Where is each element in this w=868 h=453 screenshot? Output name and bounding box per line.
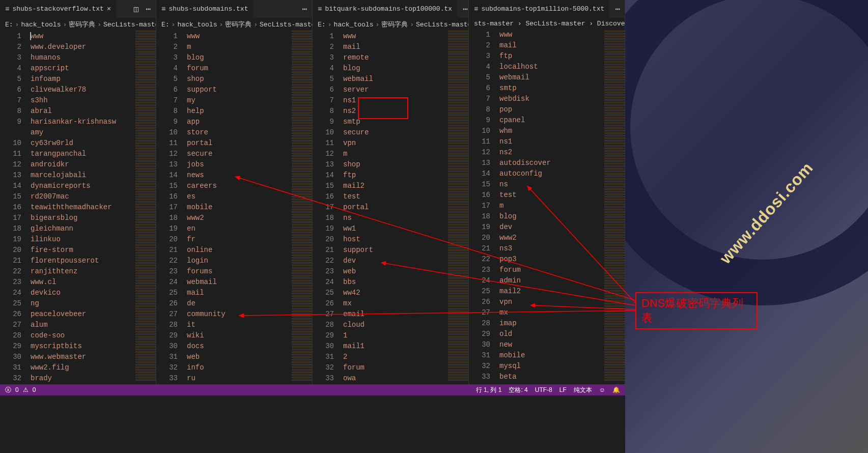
line-number-gutter: 123456789 101112131415161718192021222324… <box>0 31 31 387</box>
breadcrumb[interactable]: sts-master › SecLists-master › Discovery… <box>469 18 625 30</box>
chevron-right-icon: › <box>15 21 19 29</box>
breadcrumb-segment[interactable]: E: <box>161 21 170 29</box>
annotation-label: DNS爆破密码字典列表 <box>635 292 758 329</box>
editor-pane: ≡shubs-stackoverflow.txt×◫⋯E: › hack_too… <box>0 0 156 387</box>
breadcrumb-segment[interactable]: E: <box>318 21 326 29</box>
tab-label: shubs-stackoverflow.txt <box>12 5 103 13</box>
text-editor[interactable]: 1234567891011121314151617181920212223242… <box>156 31 312 387</box>
line-number-gutter: 1234567891011121314151617181920212223242… <box>156 31 187 387</box>
breadcrumb[interactable]: E: › hack_tools › 密码字典 › SecLists-master <box>156 18 312 31</box>
status-eol[interactable]: LF <box>559 386 567 393</box>
split-editor-icon[interactable]: ◫ <box>134 4 139 14</box>
minimap[interactable] <box>448 31 468 382</box>
file-icon: ≡ <box>161 5 165 13</box>
file-icon: ≡ <box>474 5 478 13</box>
status-spaces[interactable]: 空格: 4 <box>509 386 527 394</box>
status-encoding[interactable]: UTF-8 <box>535 386 552 393</box>
editor-tab[interactable]: ≡shubs-subdomains.txt <box>156 0 254 18</box>
notifications-icon[interactable]: 🔔 <box>612 386 620 393</box>
tab-bar: ≡shubs-stackoverflow.txt×◫⋯ <box>0 0 156 18</box>
text-editor[interactable]: 1234567891011121314151617181920212223242… <box>469 30 625 387</box>
breadcrumb-segment[interactable]: hack_tools <box>177 21 217 29</box>
chevron-right-icon: › <box>172 21 176 29</box>
editor-tab[interactable]: ≡subdomains-top1million-5000.txt <box>469 0 610 18</box>
editor-pane: ≡subdomains-top1million-5000.txt⋯sts-mas… <box>469 0 625 387</box>
line-number-gutter: 1234567891011121314151617181920212223242… <box>313 31 343 387</box>
breadcrumb-segment[interactable]: E: <box>5 21 13 29</box>
more-actions-icon[interactable]: ⋯ <box>146 4 151 14</box>
breadcrumb-segment[interactable]: 密码字典 <box>69 20 95 29</box>
chevron-right-icon: › <box>97 21 101 29</box>
chevron-right-icon: › <box>328 21 332 29</box>
desktop-background: www.ddosi.com <box>625 0 868 453</box>
breadcrumb-segment[interactable]: hack_tools <box>21 21 61 29</box>
chevron-right-icon: › <box>410 21 414 29</box>
editor-tab[interactable]: ≡bitquark-subdomains-top100000.tx <box>313 0 458 18</box>
tab-label: bitquark-subdomains-top100000.tx <box>325 5 452 13</box>
text-editor[interactable]: 1234567891011121314151617181920212223242… <box>313 31 468 387</box>
errors-icon[interactable]: ⓧ <box>5 386 11 394</box>
status-language[interactable]: 纯文本 <box>574 386 592 394</box>
warnings-icon[interactable]: ⚠ <box>23 386 29 393</box>
errors-count[interactable]: 0 <box>15 386 19 393</box>
breadcrumb-segment[interactable]: SecLists-master <box>103 21 156 29</box>
chevron-right-icon: › <box>63 21 67 29</box>
warnings-count[interactable]: 0 <box>33 386 36 393</box>
editor-pane: ≡shubs-subdomains.txt⋯E: › hack_tools › … <box>156 0 313 387</box>
editor-pane: ≡bitquark-subdomains-top100000.tx⋯E: › h… <box>313 0 469 387</box>
text-editor[interactable]: 123456789 101112131415161718192021222324… <box>0 31 156 387</box>
breadcrumb[interactable]: E: › hack_tools › 密码字典 › SecLists-master <box>313 18 468 31</box>
chevron-right-icon: › <box>219 21 223 29</box>
tab-bar: ≡bitquark-subdomains-top100000.tx⋯ <box>313 0 468 18</box>
breadcrumb-segment[interactable]: 密码字典 <box>225 20 251 29</box>
more-actions-icon[interactable]: ⋯ <box>615 4 620 14</box>
close-icon[interactable]: × <box>107 5 111 13</box>
tab-bar: ≡shubs-subdomains.txt⋯ <box>156 0 312 18</box>
file-icon: ≡ <box>5 5 9 13</box>
line-number-gutter: 1234567891011121314151617181920212223242… <box>469 30 499 387</box>
more-actions-icon[interactable]: ⋯ <box>302 4 307 14</box>
editor-tab[interactable]: ≡shubs-stackoverflow.txt× <box>0 0 117 18</box>
breadcrumb-segment[interactable]: 密码字典 <box>381 20 408 29</box>
status-line-col[interactable]: 行 1, 列 1 <box>476 386 502 394</box>
minimap[interactable] <box>135 31 156 382</box>
minimap[interactable] <box>292 31 312 382</box>
status-bar: ⓧ 0 ⚠ 0 行 1, 列 1 空格: 4 UTF-8 LF 纯文本 ☺ 🔔 <box>0 384 625 395</box>
chevron-right-icon: › <box>375 21 379 29</box>
tab-label: shubs-subdomains.txt <box>169 5 248 13</box>
minimap[interactable] <box>604 31 625 382</box>
tab-bar: ≡subdomains-top1million-5000.txt⋯ <box>469 0 625 18</box>
feedback-icon[interactable]: ☺ <box>599 386 605 393</box>
breadcrumb[interactable]: E: › hack_tools › 密码字典 › SecLists-master <box>0 18 156 31</box>
breadcrumb-segment[interactable]: hack_tools <box>333 21 373 29</box>
file-icon: ≡ <box>318 5 322 13</box>
more-actions-icon[interactable]: ⋯ <box>463 4 468 14</box>
breadcrumb-segment[interactable]: SecLists-master <box>416 21 468 29</box>
tab-label: subdomains-top1million-5000.txt <box>481 5 604 13</box>
breadcrumb-segment[interactable]: SecLists-master <box>260 21 312 29</box>
chevron-right-icon: › <box>254 21 258 29</box>
